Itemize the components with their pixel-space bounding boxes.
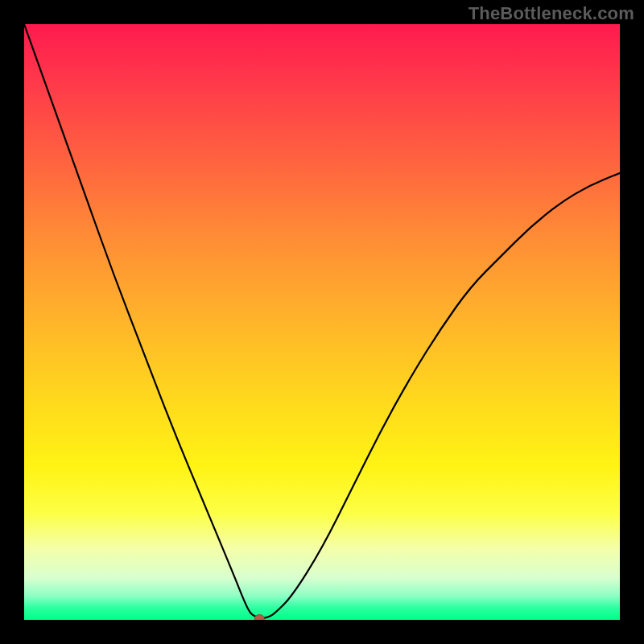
chart-frame: TheBottleneck.com: [0, 0, 644, 644]
chart-svg: [24, 24, 620, 620]
plot-area: [24, 24, 620, 620]
watermark-text: TheBottleneck.com: [469, 3, 634, 24]
bottleneck-curve-path: [24, 24, 620, 618]
minimum-marker: [254, 615, 264, 620]
